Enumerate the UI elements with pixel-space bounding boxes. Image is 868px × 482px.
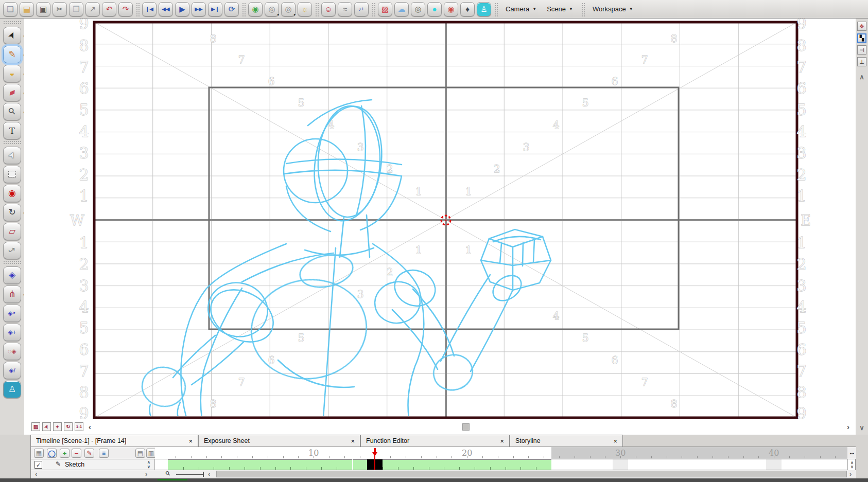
pointer-preview-button[interactable]: ➤ <box>42 422 51 431</box>
layer-spin-up-icon[interactable]: ∧ <box>145 460 152 464</box>
load-level-button[interactable]: ▤ <box>135 449 145 458</box>
undo-button[interactable]: ↶ <box>102 2 116 16</box>
play-button[interactable]: ▶ <box>175 2 189 16</box>
tab-close-icon[interactable]: × <box>609 437 617 445</box>
tab-timeline[interactable]: Timeline [Scene-1] - [Frame 14]× <box>30 435 198 447</box>
fill-tool[interactable]: ◒▾ <box>3 65 21 82</box>
filter-button[interactable]: ≡ <box>99 449 109 458</box>
glow-point-button[interactable]: ● <box>427 2 442 16</box>
pencil-tool[interactable]: ✎▾ <box>3 46 21 63</box>
dropdown-arrow-icon[interactable]: ▾ <box>293 13 296 16</box>
tab-exposure[interactable]: Exposure Sheet× <box>198 435 360 447</box>
frames-scroll-right-button[interactable]: › <box>849 470 852 478</box>
viewer-scroll-left-button[interactable]: ‹ <box>89 422 91 431</box>
frame-slider-thumb[interactable] <box>462 423 470 431</box>
canvas-stage[interactable]: 998877665544332211112233445566778899WE87… <box>24 19 856 421</box>
merge-export-button[interactable]: ↗ <box>85 2 100 16</box>
layer-visibility-checkbox[interactable]: ✓ <box>34 461 42 469</box>
select-rect-tool[interactable] <box>3 166 21 183</box>
layer-spin-down-icon[interactable]: ∨ <box>145 465 152 469</box>
new-level-button[interactable]: + <box>60 449 70 458</box>
menu-workspace[interactable]: Workspace▼ <box>587 5 638 13</box>
track-spin-down-icon[interactable]: ∨ <box>848 465 856 469</box>
loop-button[interactable]: ⟳ <box>224 2 239 16</box>
console-bottom-button[interactable]: ⊥ <box>857 57 866 66</box>
hook-tool[interactable]: ↪ <box>3 242 21 259</box>
flipbook-compare-button[interactable]: ▨ <box>31 422 40 431</box>
scroll-up-button[interactable]: ∧ <box>858 73 866 81</box>
playhead-marker[interactable] <box>372 452 377 456</box>
menu-scene[interactable]: Scene▼ <box>542 5 578 13</box>
onion-skin-button[interactable]: ◉ <box>248 2 263 16</box>
layer-row[interactable]: ✓ ✎ Sketch ∧ ∨ <box>31 459 155 470</box>
next-onion-button[interactable]: ◎▾ <box>281 2 296 16</box>
scene-cells-region[interactable] <box>168 459 551 470</box>
eraser-tool[interactable]: ▰▾ <box>3 84 21 101</box>
scroll-down-button[interactable]: ∨ <box>858 424 866 432</box>
tab-function[interactable]: Function Editor× <box>360 435 510 447</box>
toggle-thumbnails-button[interactable]: ▦ <box>34 449 44 458</box>
frames-scrollbar[interactable] <box>216 471 847 477</box>
zoom-tool[interactable]: ⚲▾ <box>3 103 21 120</box>
frame-track[interactable] <box>155 459 847 470</box>
columns-scroll-left-button[interactable]: ‹ <box>35 470 37 478</box>
linked-points-button[interactable]: ◉ <box>444 2 458 16</box>
timeline-zoom-handle[interactable] <box>203 472 204 477</box>
palette-panel-button[interactable]: ❖ <box>857 22 866 31</box>
paste-new-button[interactable]: ❐ <box>69 2 83 16</box>
tab-close-icon[interactable]: × <box>346 437 355 445</box>
last-frame-button[interactable]: ▶❙ <box>208 2 222 16</box>
pan-frames-icon[interactable]: ↔ <box>848 449 855 456</box>
reset-view-button[interactable]: ↻ <box>64 422 73 431</box>
position-tool[interactable]: ◉ <box>3 185 21 202</box>
mesh-region-tool[interactable]: ◌◈ <box>3 343 21 360</box>
new-scene-button[interactable]: ❏ <box>3 2 18 16</box>
dropdown-arrow-icon[interactable]: ▾ <box>277 13 279 16</box>
rotate-tool[interactable]: ↻▾ <box>3 204 21 221</box>
text-tool[interactable]: T <box>3 122 21 139</box>
prev-frame-button[interactable]: ◀◀ <box>159 2 173 16</box>
prev-onion-button[interactable]: ◎▾ <box>265 2 279 16</box>
console-left-button[interactable]: ⊣ <box>857 45 866 55</box>
scale-tool[interactable]: ▱ <box>3 223 21 240</box>
remove-level-button[interactable]: − <box>72 449 81 458</box>
timeline-zoom-out-button[interactable]: ‹ <box>208 470 210 478</box>
menu-camera[interactable]: Camera▼ <box>500 5 542 13</box>
camstand-visible-button[interactable]: ◯ <box>47 449 57 458</box>
track-spin-up-icon[interactable]: ∧ <box>848 461 856 465</box>
edit-tool[interactable]: ➤ <box>3 147 21 164</box>
mesh-select-tool[interactable]: ◈‣ <box>3 305 21 322</box>
edit-level-button[interactable]: ✎ <box>84 449 94 458</box>
selection-tool[interactable]: ➤▾ <box>3 27 21 44</box>
add-sound-button[interactable]: ♪+ <box>354 2 369 16</box>
cut-button[interactable]: ✂ <box>53 2 67 16</box>
preview-toggle-button[interactable]: ▚ <box>857 33 866 43</box>
save-scene-button[interactable]: ▣ <box>36 2 50 16</box>
timeline-zoom-slider[interactable] <box>176 474 203 475</box>
camera-test-button[interactable]: ◎ <box>411 2 425 16</box>
fast-forward-button[interactable]: ▶▶ <box>192 2 206 16</box>
lipsync-button[interactable]: ☺ <box>321 2 336 16</box>
mesh-split-tool[interactable]: ◈/ <box>3 362 21 379</box>
light-table-button[interactable]: ☼ <box>298 2 312 16</box>
audio-waveform-button[interactable]: ≈ <box>338 2 352 16</box>
actual-pixel-size-button[interactable]: 1:1 <box>75 422 83 431</box>
plastic-tool[interactable]: ◈ <box>3 266 21 284</box>
layer-name[interactable]: Sketch <box>65 461 84 468</box>
playhead-bar[interactable] <box>374 448 376 452</box>
redo-button[interactable]: ↷ <box>118 2 133 16</box>
frame-ruler[interactable]: 10203040 <box>155 447 847 459</box>
open-scene-button[interactable]: ▤ <box>20 2 34 16</box>
character-tool[interactable]: ♙ <box>3 381 21 398</box>
pin-button[interactable]: ♦ <box>460 2 475 16</box>
character-room-button[interactable]: ♙ <box>477 2 491 16</box>
tab-close-icon[interactable]: × <box>496 437 504 445</box>
tab-close-icon[interactable]: × <box>184 437 193 445</box>
first-frame-button[interactable]: ❙◀ <box>142 2 157 16</box>
define-subcamera-button[interactable]: ⌖ <box>53 422 62 431</box>
skeleton-animate-tool[interactable]: ⋔▾ <box>3 285 21 303</box>
mesh-add-tool[interactable]: ◈+ <box>3 324 21 341</box>
viewer-panel[interactable]: 998877665544332211112233445566778899WE87… <box>24 19 856 435</box>
motion-strokes-button[interactable]: ▨ <box>378 2 392 16</box>
tab-storyline[interactable]: Storyline× <box>510 435 623 447</box>
